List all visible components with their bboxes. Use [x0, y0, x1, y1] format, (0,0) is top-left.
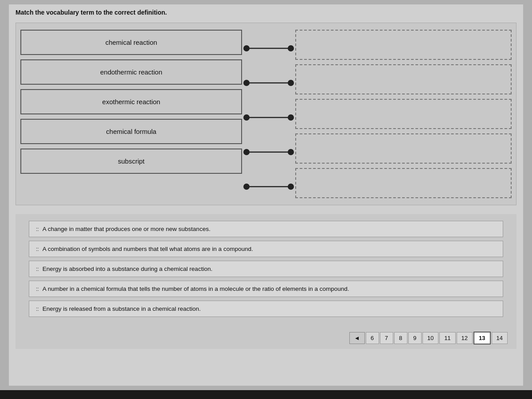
definition-item-2[interactable]: :: A combination of symbols and numbers …	[29, 241, 503, 257]
definition-text-1: A change in matter that produces one or …	[43, 226, 211, 232]
term-box-5[interactable]: subscript	[20, 149, 242, 174]
drag-handle-icon-3: ::	[36, 266, 39, 272]
definition-item-1[interactable]: :: A change in matter that produces one …	[29, 221, 503, 237]
term-box-1[interactable]: chemical reaction	[20, 30, 242, 55]
definition-text-5: Energy is released from a substance in a…	[43, 305, 201, 312]
definition-item-4[interactable]: :: A number in a chemical formula that t…	[29, 281, 503, 297]
prev-page-button[interactable]: ◄	[349, 332, 365, 344]
matching-area: chemical reaction endothermic reaction e…	[16, 23, 516, 205]
drop-zone-1[interactable]	[295, 30, 512, 60]
page-12-button[interactable]: 12	[457, 332, 473, 344]
page-9-button[interactable]: 9	[408, 332, 422, 344]
page-13-button[interactable]: 13	[473, 332, 490, 344]
page-6-button[interactable]: 6	[366, 332, 379, 344]
bottom-bar	[0, 390, 532, 399]
definitions-section: :: A change in matter that produces one …	[16, 214, 516, 327]
definition-item-3[interactable]: :: Energy is absorbed into a substance d…	[29, 261, 503, 277]
drop-zone-2[interactable]	[295, 64, 512, 94]
definition-text-2: A combination of symbols and numbers tha…	[43, 246, 253, 252]
drag-handle-icon-2: ::	[36, 246, 39, 252]
instruction-text: Match the vocabulary term to the correct…	[16, 9, 516, 16]
term-box-2[interactable]: endothermic reaction	[20, 59, 242, 85]
pagination: ◄ 6 7 8 9 10 11 12 13 14	[16, 327, 516, 349]
dashed-boxes	[295, 30, 512, 198]
definition-text-4: A number in a chemical formula that tell…	[43, 286, 349, 292]
drop-zone-4[interactable]	[295, 133, 512, 164]
page-8-button[interactable]: 8	[394, 332, 407, 344]
drag-handle-icon: ::	[36, 226, 39, 232]
page-10-button[interactable]: 10	[422, 332, 438, 344]
connector-area	[242, 30, 295, 198]
page-14-button[interactable]: 14	[492, 332, 508, 344]
main-container: Match the vocabulary term to the correct…	[9, 4, 523, 386]
drop-zone-5[interactable]	[295, 168, 512, 198]
terms-column: chemical reaction endothermic reaction e…	[20, 30, 242, 198]
page-7-button[interactable]: 7	[380, 332, 393, 344]
drop-zone-3[interactable]	[295, 99, 512, 129]
definition-text-3: Energy is absorbed into a substance duri…	[43, 266, 212, 272]
term-box-3[interactable]: exothermic reaction	[20, 89, 242, 114]
definition-item-5[interactable]: :: Energy is released from a substance i…	[29, 301, 503, 317]
drag-handle-icon-5: ::	[36, 306, 39, 312]
page-11-button[interactable]: 11	[439, 332, 455, 344]
drag-handle-icon-4: ::	[36, 286, 39, 292]
term-box-4[interactable]: chemical formula	[20, 119, 242, 144]
